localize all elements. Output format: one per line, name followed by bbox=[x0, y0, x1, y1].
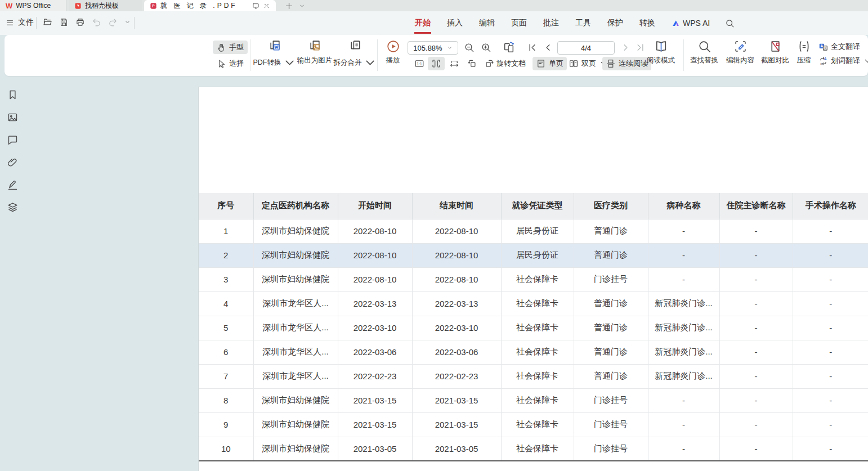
screenshot-compare-button[interactable]: 截图对比 bbox=[758, 39, 793, 65]
tab-document-label: 就 医 记 录 .PDF bbox=[160, 1, 238, 11]
menu-item[interactable]: 编辑 bbox=[478, 17, 495, 29]
compress-icon bbox=[797, 39, 811, 53]
table-cell: 2021-03-15 bbox=[412, 412, 501, 437]
bookmarks-panel-icon[interactable] bbox=[7, 89, 19, 101]
pdf-page: 序号定点医药机构名称开始时间结束时间就诊凭证类型医疗类别病种名称住院主诊断名称手… bbox=[198, 87, 868, 471]
play-button[interactable]: 播放 bbox=[381, 39, 405, 65]
export-image-button[interactable]: 输出为图片 bbox=[295, 39, 334, 65]
rotate-right-icon bbox=[484, 59, 494, 69]
rotate-left-button[interactable] bbox=[464, 57, 481, 70]
table-cell: - bbox=[793, 316, 868, 340]
split-merge-button[interactable]: 拆分合并 bbox=[335, 39, 375, 70]
page-swap-button[interactable] bbox=[502, 41, 516, 54]
compress-button[interactable]: 压缩 bbox=[793, 39, 815, 65]
table-row: 5深圳市龙华区人...2022-03-102022-03-10社会保障卡普通门诊… bbox=[199, 316, 868, 340]
quickbar-chevron-icon[interactable] bbox=[124, 19, 131, 25]
pdf-file-icon: P bbox=[150, 2, 157, 10]
menu-item[interactable]: 工具 bbox=[575, 17, 592, 29]
menubar-search-icon[interactable] bbox=[725, 19, 735, 28]
table-header-cell: 序号 bbox=[199, 193, 253, 219]
zoom-in-button[interactable] bbox=[480, 41, 493, 55]
table-cell: 深圳市妇幼保健院 bbox=[253, 388, 338, 412]
table-cell: - bbox=[793, 437, 868, 461]
fit-page-button[interactable] bbox=[428, 57, 445, 70]
page-number-input[interactable]: 4/4 bbox=[557, 41, 615, 55]
svg-text:文: 文 bbox=[824, 46, 826, 50]
monitor-icon[interactable] bbox=[252, 2, 259, 10]
menu-item[interactable]: 保护 bbox=[607, 17, 624, 29]
attachments-panel-icon[interactable] bbox=[7, 156, 19, 168]
menu-item[interactable]: 批注 bbox=[543, 17, 560, 29]
zoom-out-button[interactable] bbox=[463, 41, 476, 55]
save-icon[interactable] bbox=[59, 17, 69, 27]
table-cell: - bbox=[719, 340, 793, 364]
table-cell: 2022-03-10 bbox=[338, 316, 412, 340]
close-tab-icon[interactable] bbox=[263, 2, 270, 10]
prev-page-icon bbox=[543, 42, 553, 53]
signature-panel-icon[interactable] bbox=[7, 179, 19, 191]
word-translate-button[interactable]: Ax 划词翻译 bbox=[818, 56, 868, 66]
edit-content-button[interactable]: 编辑内容 bbox=[723, 39, 758, 65]
next-page-button[interactable] bbox=[619, 41, 633, 55]
ribbon-menu: 开始插入编辑页面批注工具保护转换WPS AI bbox=[414, 11, 735, 35]
fit-width-button[interactable] bbox=[446, 57, 463, 70]
left-sidebar bbox=[7, 89, 19, 213]
table-cell: 社会保障卡 bbox=[501, 316, 574, 340]
window-tab-bar: W WPS Office 找稻壳模板 P 就 医 记 录 .PDF bbox=[0, 0, 868, 11]
table-cell: - bbox=[648, 243, 719, 267]
wps-ai-button[interactable]: WPS AI bbox=[671, 19, 710, 28]
table-cell: 深圳市妇幼保健院 bbox=[253, 412, 338, 437]
table-cell: - bbox=[648, 412, 719, 437]
zoom-in-icon bbox=[481, 42, 491, 53]
zoom-level-select[interactable]: 105.88% bbox=[408, 41, 458, 55]
wps-pdf-window: { "colors": { "accent_red":"#c7353a", "r… bbox=[0, 0, 868, 471]
redo-icon[interactable] bbox=[108, 17, 118, 27]
table-cell: 2021-03-05 bbox=[338, 437, 412, 461]
menu-item[interactable]: 转换 bbox=[639, 17, 656, 29]
single-page-label: 单页 bbox=[549, 59, 563, 69]
layers-panel-icon[interactable] bbox=[7, 201, 19, 213]
page-indicator-value: 4/4 bbox=[581, 44, 591, 52]
actual-size-button[interactable]: 1:1 bbox=[411, 57, 428, 70]
file-menu-button[interactable]: 文件 bbox=[6, 17, 34, 28]
table-row: 8深圳市妇幼保健院2021-03-152021-03-15社会保障卡门诊挂号--… bbox=[199, 388, 868, 412]
table-header-cell: 开始时间 bbox=[338, 193, 412, 219]
thumbnails-panel-icon[interactable] bbox=[7, 111, 19, 123]
table-header-cell: 病种名称 bbox=[648, 193, 719, 219]
play-label: 播放 bbox=[386, 56, 400, 65]
table-row: 9深圳市妇幼保健院2021-03-152021-03-15社会保障卡门诊挂号--… bbox=[199, 412, 868, 437]
menu-item[interactable]: 开始 bbox=[414, 17, 431, 29]
read-mode-button[interactable]: 阅读模式 bbox=[643, 39, 679, 65]
tab-wps-office[interactable]: W WPS Office bbox=[0, 0, 66, 11]
hand-tool-button[interactable]: 手型 bbox=[213, 41, 248, 54]
table-cell: 2022-02-23 bbox=[412, 364, 501, 388]
table-cell: 门诊挂号 bbox=[574, 437, 648, 461]
tab-list-chevron-icon[interactable] bbox=[299, 3, 305, 9]
menu-item[interactable]: 页面 bbox=[511, 17, 527, 29]
first-page-button[interactable] bbox=[526, 41, 539, 55]
tab-document[interactable]: P 就 医 记 录 .PDF bbox=[144, 0, 276, 11]
table-cell: 新冠肺炎门诊... bbox=[648, 340, 719, 364]
new-tab-icon[interactable] bbox=[284, 1, 294, 11]
docer-logo-icon bbox=[74, 2, 82, 10]
undo-icon[interactable] bbox=[92, 17, 101, 27]
chevron-down-icon bbox=[283, 56, 297, 70]
menu-item[interactable]: 插入 bbox=[446, 17, 463, 29]
select-tool-button[interactable]: 选择 bbox=[213, 57, 248, 70]
table-header-row: 序号定点医药机构名称开始时间结束时间就诊凭证类型医疗类别病种名称住院主诊断名称手… bbox=[199, 193, 868, 219]
prev-page-button[interactable] bbox=[542, 41, 555, 55]
print-icon[interactable] bbox=[75, 17, 85, 27]
table-cell: 7 bbox=[199, 364, 253, 388]
table-cell: 居民身份证 bbox=[501, 219, 574, 243]
table-cell: 2022-08-10 bbox=[412, 219, 501, 243]
open-file-icon[interactable] bbox=[43, 17, 52, 27]
table-cell: 普通门诊 bbox=[574, 219, 648, 243]
full-translate-button[interactable]: A文 全文翻译 bbox=[818, 42, 868, 52]
pdf-convert-button[interactable]: PDF转换 bbox=[256, 39, 294, 70]
find-replace-button[interactable]: 查找替换 bbox=[687, 39, 722, 65]
tab-docer-templates[interactable]: 找稻壳模板 bbox=[69, 0, 142, 11]
table-cell: - bbox=[648, 388, 719, 412]
single-page-button[interactable]: 单页 bbox=[533, 57, 567, 70]
comments-panel-icon[interactable] bbox=[7, 134, 19, 146]
table-cell: 深圳市妇幼保健院 bbox=[253, 243, 338, 267]
